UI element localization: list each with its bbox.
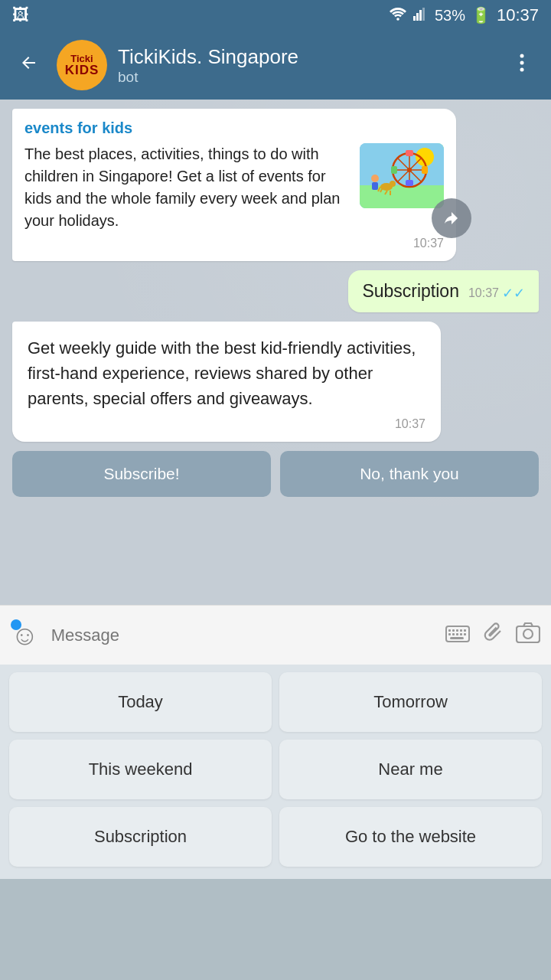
attach-icon[interactable] xyxy=(482,620,504,650)
quick-reply-today[interactable]: Today xyxy=(9,672,272,732)
status-bar: 🖼 53% 🔋 10:37 xyxy=(0,0,551,31)
svg-rect-36 xyxy=(452,633,455,635)
notification-dot xyxy=(11,619,21,630)
svg-rect-18 xyxy=(406,180,413,186)
message-bar: ☺ xyxy=(0,605,551,665)
message-input[interactable] xyxy=(51,626,433,645)
chat-subtitle: bot xyxy=(118,69,494,86)
quick-reply-subscription[interactable]: Subscription xyxy=(9,807,272,867)
emoji-button[interactable]: ☺ xyxy=(11,619,39,652)
svg-rect-3 xyxy=(419,10,422,21)
user-message: Subscription 10:37 ✓✓ xyxy=(348,270,539,312)
svg-rect-37 xyxy=(456,633,458,635)
wifi-icon xyxy=(389,7,407,24)
bot-message-1-image xyxy=(360,143,444,208)
svg-rect-2 xyxy=(416,13,419,21)
subscribe-button[interactable]: Subscribe! xyxy=(12,451,271,497)
svg-rect-4 xyxy=(422,8,425,21)
svg-rect-32 xyxy=(456,629,458,632)
bot-avatar: Ticki KIDS xyxy=(57,40,107,90)
quick-replies: Today Tomorrow This weekend Near me Subs… xyxy=(0,665,551,879)
user-message-time: 10:37 xyxy=(468,286,499,300)
clock: 10:37 xyxy=(497,5,539,25)
svg-point-6 xyxy=(520,60,524,64)
gallery-icon: 🖼 xyxy=(12,5,29,24)
quick-reply-near-me[interactable]: Near me xyxy=(279,740,542,799)
bot-message-2-time: 10:37 xyxy=(28,417,425,431)
svg-rect-19 xyxy=(391,166,397,174)
svg-rect-1 xyxy=(413,16,416,21)
chat-action-buttons: Subscribe! No, thank you xyxy=(12,451,539,497)
bot-message-1-time: 10:37 xyxy=(24,237,444,250)
chat-title: TickiKids. Singapore xyxy=(118,45,494,69)
svg-rect-38 xyxy=(460,633,462,635)
battery-icon: 🔋 xyxy=(471,6,491,24)
svg-point-24 xyxy=(390,181,396,187)
svg-point-0 xyxy=(396,18,399,21)
chat-area: events for kids The best places, activit… xyxy=(0,100,551,605)
bot-message-1-header: events for kids xyxy=(24,119,444,137)
svg-point-21 xyxy=(371,175,379,182)
svg-rect-33 xyxy=(460,629,462,632)
svg-rect-22 xyxy=(372,182,378,190)
svg-rect-30 xyxy=(448,629,451,632)
svg-rect-17 xyxy=(406,150,413,156)
no-thanks-button[interactable]: No, thank you xyxy=(280,451,539,497)
svg-rect-39 xyxy=(464,633,466,635)
quick-reply-weekend[interactable]: This weekend xyxy=(9,740,272,799)
bot-message-1-text: The best places, activities, things to d… xyxy=(24,143,350,232)
keyboard-icon[interactable] xyxy=(445,622,470,648)
user-message-text: Subscription xyxy=(362,281,459,302)
back-button[interactable] xyxy=(12,45,46,86)
svg-point-5 xyxy=(520,54,524,57)
forward-button[interactable] xyxy=(432,198,471,238)
read-receipt-icon: ✓✓ xyxy=(502,285,525,302)
chat-header-info: TickiKids. Singapore bot xyxy=(118,45,494,86)
camera-icon[interactable] xyxy=(516,622,540,648)
more-options-button[interactable] xyxy=(505,45,539,86)
svg-point-7 xyxy=(520,67,524,71)
quick-reply-tomorrow[interactable]: Tomorrow xyxy=(279,672,542,732)
svg-rect-35 xyxy=(448,633,451,635)
svg-point-42 xyxy=(523,629,533,639)
svg-rect-40 xyxy=(450,637,464,639)
bot-message-2-text: Get weekly guide with the best kid-frien… xyxy=(28,335,425,411)
bot-message-2: Get weekly guide with the best kid-frien… xyxy=(12,322,441,442)
user-message-wrap: Subscription 10:37 ✓✓ xyxy=(12,270,539,312)
battery-level: 53% xyxy=(435,7,465,24)
svg-rect-20 xyxy=(422,166,428,174)
signal-icon xyxy=(413,7,429,24)
quick-reply-website[interactable]: Go to the website xyxy=(279,807,542,867)
svg-rect-31 xyxy=(452,629,455,632)
chat-header: Ticki KIDS TickiKids. Singapore bot xyxy=(0,31,551,100)
bot-message-1: events for kids The best places, activit… xyxy=(12,109,456,261)
user-message-meta: 10:37 ✓✓ xyxy=(468,285,525,302)
svg-rect-34 xyxy=(464,629,466,632)
